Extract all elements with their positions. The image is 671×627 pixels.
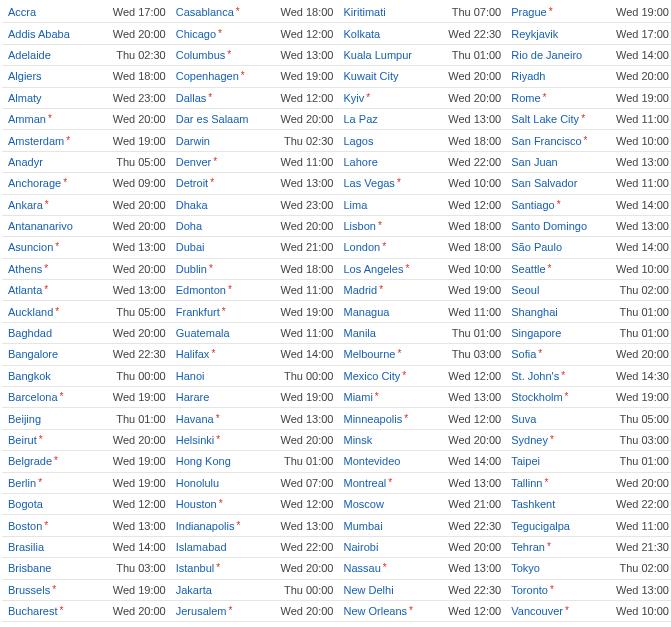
city-link[interactable]: Sofia*	[511, 348, 612, 360]
city-link[interactable]: Bangalore	[8, 348, 109, 360]
city-link[interactable]: Chicago*	[176, 28, 277, 40]
city-link[interactable]: Columbus*	[176, 49, 277, 61]
city-link[interactable]: Shanghai	[511, 306, 615, 318]
city-link[interactable]: Indianapolis*	[176, 520, 277, 532]
city-link[interactable]: Tegucigalpa	[511, 520, 612, 532]
city-link[interactable]: Harare	[176, 391, 277, 403]
city-link[interactable]: Singapore	[511, 327, 615, 339]
city-link[interactable]: Lima	[344, 199, 445, 211]
city-link[interactable]: Almaty	[8, 92, 109, 104]
city-link[interactable]: Dhaka	[176, 199, 277, 211]
city-link[interactable]: Jerusalem*	[176, 605, 277, 617]
city-link[interactable]: Belgrade*	[8, 455, 109, 467]
city-link[interactable]: Helsinki*	[176, 434, 277, 446]
city-link[interactable]: Reykjavik	[511, 28, 612, 40]
city-link[interactable]: Moscow	[344, 498, 445, 510]
city-link[interactable]: Stockholm*	[511, 391, 612, 403]
city-link[interactable]: Manila	[344, 327, 448, 339]
city-link[interactable]: Tallinn*	[511, 477, 612, 489]
city-link[interactable]: Beirut*	[8, 434, 109, 446]
city-link[interactable]: Auckland*	[8, 306, 112, 318]
city-link[interactable]: Doha	[176, 220, 277, 232]
city-link[interactable]: Prague*	[511, 6, 612, 18]
city-link[interactable]: Los Angeles*	[344, 263, 445, 275]
city-link[interactable]: Montevideo	[344, 455, 445, 467]
city-link[interactable]: Amsterdam*	[8, 135, 109, 147]
city-link[interactable]: Brasilia	[8, 541, 109, 553]
city-link[interactable]: La Paz	[344, 113, 445, 125]
city-link[interactable]: Darwin	[176, 135, 280, 147]
city-link[interactable]: Casablanca*	[176, 6, 277, 18]
city-link[interactable]: Guatemala	[176, 327, 277, 339]
city-link[interactable]: Anchorage*	[8, 177, 109, 189]
city-link[interactable]: St. John's*	[511, 370, 612, 382]
city-link[interactable]: Tokyo	[511, 562, 615, 574]
city-link[interactable]: Toronto*	[511, 584, 612, 596]
city-link[interactable]: Denver*	[176, 156, 277, 168]
city-link[interactable]: Havana*	[176, 413, 277, 425]
city-link[interactable]: Hong Kong	[176, 455, 280, 467]
city-link[interactable]: Vancouver*	[511, 605, 612, 617]
city-link[interactable]: San Juan	[511, 156, 612, 168]
city-link[interactable]: Nassau*	[344, 562, 445, 574]
city-link[interactable]: Lisbon*	[344, 220, 445, 232]
city-link[interactable]: Athens*	[8, 263, 109, 275]
city-link[interactable]: Riyadh	[511, 70, 612, 82]
city-link[interactable]: Tehran*	[511, 541, 612, 553]
city-link[interactable]: Antananarivo	[8, 220, 109, 232]
city-link[interactable]: Tashkent	[511, 498, 612, 510]
city-link[interactable]: Asuncion*	[8, 241, 109, 253]
city-link[interactable]: Dublin*	[176, 263, 277, 275]
city-link[interactable]: Barcelona*	[8, 391, 109, 403]
city-link[interactable]: Madrid*	[344, 284, 445, 296]
city-link[interactable]: Bangkok	[8, 370, 112, 382]
city-link[interactable]: Mumbai	[344, 520, 445, 532]
city-link[interactable]: Taipei	[511, 455, 615, 467]
city-link[interactable]: Seattle*	[511, 263, 612, 275]
city-link[interactable]: Kiritimati	[344, 6, 448, 18]
city-link[interactable]: Algiers	[8, 70, 109, 82]
city-link[interactable]: Bogota	[8, 498, 109, 510]
city-link[interactable]: Las Vegas*	[344, 177, 445, 189]
city-link[interactable]: Melbourne*	[344, 348, 448, 360]
city-link[interactable]: Istanbul*	[176, 562, 277, 574]
city-link[interactable]: Rio de Janeiro	[511, 49, 612, 61]
city-link[interactable]: Minsk	[344, 434, 445, 446]
city-link[interactable]: Addis Ababa	[8, 28, 109, 40]
city-link[interactable]: Copenhagen*	[176, 70, 277, 82]
city-link[interactable]: Rome*	[511, 92, 612, 104]
city-link[interactable]: Sydney*	[511, 434, 615, 446]
city-link[interactable]: Ankara*	[8, 199, 109, 211]
city-link[interactable]: Amman*	[8, 113, 109, 125]
city-link[interactable]: Managua	[344, 306, 445, 318]
city-link[interactable]: Islamabad	[176, 541, 277, 553]
city-link[interactable]: Baghdad	[8, 327, 109, 339]
city-link[interactable]: Atlanta*	[8, 284, 109, 296]
city-link[interactable]: Montreal*	[344, 477, 445, 489]
city-link[interactable]: Brussels*	[8, 584, 109, 596]
city-link[interactable]: Santiago*	[511, 199, 612, 211]
city-link[interactable]: London*	[344, 241, 445, 253]
city-link[interactable]: Lahore	[344, 156, 445, 168]
city-link[interactable]: Salt Lake City*	[511, 113, 612, 125]
city-link[interactable]: Dallas*	[176, 92, 277, 104]
city-link[interactable]: Adelaide	[8, 49, 112, 61]
city-link[interactable]: Brisbane	[8, 562, 112, 574]
city-link[interactable]: Frankfurt*	[176, 306, 277, 318]
city-link[interactable]: Hanoi	[176, 370, 280, 382]
city-link[interactable]: Bucharest*	[8, 605, 109, 617]
city-link[interactable]: Honolulu	[176, 477, 277, 489]
city-link[interactable]: Suva	[511, 413, 615, 425]
city-link[interactable]: Kyiv*	[344, 92, 445, 104]
city-link[interactable]: Jakarta	[176, 584, 280, 596]
city-link[interactable]: San Salvador	[511, 177, 612, 189]
city-link[interactable]: Lagos	[344, 135, 445, 147]
city-link[interactable]: Kuwait City	[344, 70, 445, 82]
city-link[interactable]: Seoul	[511, 284, 615, 296]
city-link[interactable]: Dubai	[176, 241, 277, 253]
city-link[interactable]: New Delhi	[344, 584, 445, 596]
city-link[interactable]: Edmonton*	[176, 284, 277, 296]
city-link[interactable]: Boston*	[8, 520, 109, 532]
city-link[interactable]: Kuala Lumpur	[344, 49, 448, 61]
city-link[interactable]: Santo Domingo	[511, 220, 612, 232]
